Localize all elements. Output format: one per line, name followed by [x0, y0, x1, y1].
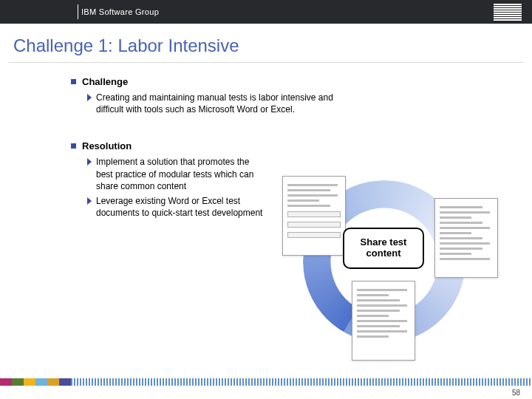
challenge-item: Creating and maintaining manual tests is… [87, 92, 361, 115]
share-test-content-callout: Share test content [343, 228, 424, 269]
resolution-item-text: Leverage existing Word or Excel test doc… [96, 195, 266, 219]
resolution-heading: Resolution [82, 140, 132, 151]
share-test-content-diagram: Share test content [272, 185, 508, 355]
slide-title: Challenge 1: Labor Intensive [0, 24, 532, 62]
triangle-bullet-icon [87, 94, 92, 101]
triangle-bullet-icon [87, 197, 92, 205]
challenge-heading: Challenge [82, 76, 128, 87]
header-title: IBM Software Group [81, 7, 159, 16]
ibm-logo [494, 4, 522, 21]
resolution-heading-row: Resolution [71, 140, 532, 151]
document-thumbnail [434, 198, 498, 278]
square-bullet-icon [71, 79, 76, 84]
header-bar: IBM Software Group [0, 0, 532, 24]
triangle-bullet-icon [87, 158, 92, 166]
square-bullet-icon [71, 143, 76, 149]
document-thumbnail [352, 281, 415, 361]
footer-color-bar [0, 378, 532, 386]
resolution-item-text: Implement a solution that promotes the b… [96, 156, 266, 192]
title-divider [9, 62, 523, 63]
challenge-heading-row: Challenge [71, 76, 532, 87]
page-number: 58 [512, 389, 520, 397]
challenge-item-text: Creating and maintaining manual tests is… [96, 92, 361, 115]
document-thumbnail [282, 176, 346, 256]
